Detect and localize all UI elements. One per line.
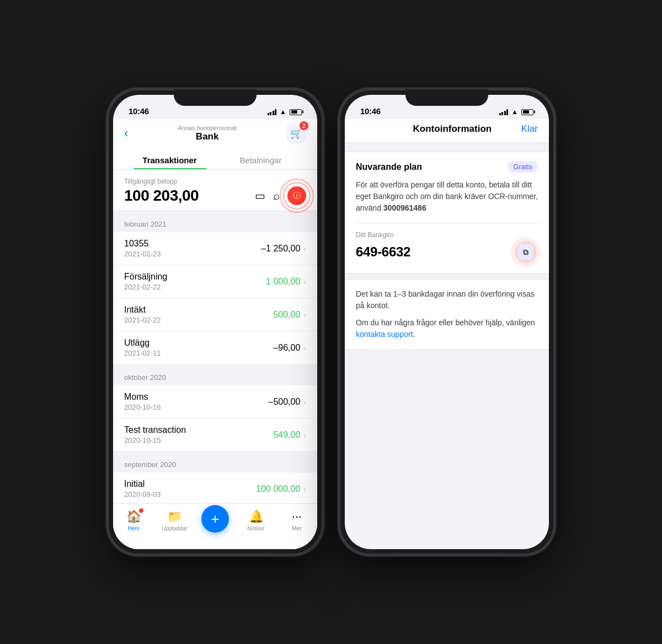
month-label-feb2021: februari 2021 — [124, 220, 167, 228]
tx-amount-0: –1 250,00 — [261, 244, 300, 254]
tx-forsaljning[interactable]: Försäljning 2021-02-22 1 000,00 › — [113, 265, 317, 298]
upload-icon: 📁 — [167, 509, 182, 524]
bottom-bar-1: 🏠 Hem 📁 Uppladdat + 🔔 Notiser — [113, 503, 317, 549]
month-label-okt2020: oktober 2020 — [124, 373, 166, 382]
bankgiro-section: Ditt Bankgiro 649-6632 ⧉ — [356, 223, 538, 264]
tx-amount-2: 500,00 — [273, 310, 300, 320]
battery-icon-2 — [521, 109, 533, 115]
klar-button[interactable]: Klar — [521, 124, 538, 135]
nav-subtitle-1: Annas hundpensionat — [178, 125, 236, 131]
tx-amount-1: 1 000,00 — [266, 277, 300, 287]
gratis-badge: Gratis — [508, 161, 538, 173]
screen-2: 10:46 ▲ Kontoinformation Klar — [345, 95, 549, 549]
home-icon: 🏠 — [126, 509, 141, 524]
balance-label: Tillgängligt belopp — [124, 178, 306, 185]
tx-name-0: 10355 — [124, 239, 161, 249]
nav-title-group-1: Annas hundpensionat Bank — [178, 125, 236, 142]
phone-2: 10:46 ▲ Kontoinformation Klar — [339, 89, 554, 555]
info-text-1: Det kan ta 1–3 bankdagar innan din överf… — [356, 288, 538, 312]
tab-uppladdat-label: Uppladdat — [162, 525, 187, 532]
tx-utlagg[interactable]: Utlägg 2021-02-11 –96,00 › — [113, 331, 317, 364]
status-icons-1: ▲ — [268, 108, 302, 116]
tx-test[interactable]: Test transaction 2020-10-15 549,00 › — [113, 418, 317, 452]
wifi-icon-1: ▲ — [280, 108, 286, 116]
balance-amount: 100 203,00 — [124, 187, 199, 205]
copy-icon: ⧉ — [518, 244, 533, 260]
signal-icon-1 — [268, 109, 277, 115]
time-2: 10:46 — [360, 106, 381, 116]
tx-date-2: 2021-02-22 — [124, 316, 161, 324]
phone-1: 10:46 ▲ ‹ A — [108, 89, 323, 555]
nav-action-1: 🛒 2 — [286, 124, 306, 143]
tx-date-0: 2021-02-23 — [124, 250, 161, 258]
tx-date-6: 2020-09-03 — [124, 490, 161, 498]
search-icon-1[interactable]: ⌕ — [273, 190, 280, 202]
tx-amount-5: 549,00 — [273, 430, 300, 440]
notch-1 — [174, 89, 257, 106]
support-link[interactable]: kontakta support — [356, 330, 413, 339]
notification-dot — [139, 508, 143, 513]
tx-amount-6: 100 000,00 — [256, 484, 300, 494]
konto-header: Kontoinformation Klar — [345, 119, 549, 143]
tabs-1: Transaktioner Betalningar — [124, 150, 306, 169]
phones-container: 10:46 ▲ ‹ A — [108, 89, 554, 555]
tx-amount-4: –500,00 — [268, 397, 300, 407]
info-icon: ⓘ — [293, 191, 301, 201]
bell-icon: 🔔 — [249, 509, 264, 524]
tx-date-5: 2020-10-15 — [124, 436, 186, 444]
plan-description: För att överföra pengar till detta konto… — [356, 179, 538, 214]
screen-1: 10:46 ▲ ‹ A — [113, 95, 317, 549]
chevron-icon-6: › — [303, 485, 306, 493]
tx-name-1: Försäljning — [124, 272, 167, 282]
tx-name-5: Test transaction — [124, 425, 186, 435]
tab-uppladdat[interactable]: 📁 Uppladdat — [158, 509, 191, 532]
tab-hem[interactable]: 🏠 Hem — [117, 509, 150, 532]
tab-add[interactable]: + — [199, 509, 232, 533]
tx-name-3: Utlägg — [124, 338, 161, 348]
nav-title-1: Bank — [196, 131, 219, 142]
chevron-icon-3: › — [303, 344, 306, 352]
konto-content[interactable]: Nuvarande plan Gratis För att överföra p… — [345, 143, 549, 549]
balance-row: 100 203,00 ▭ ⌕ ⓘ — [124, 186, 306, 205]
chevron-icon-4: › — [303, 398, 306, 406]
tab-mer[interactable]: ··· Mer — [280, 509, 313, 532]
tab-transaktioner[interactable]: Transaktioner — [124, 150, 215, 169]
chevron-icon-1: › — [303, 277, 306, 286]
tx-date-3: 2021-02-11 — [124, 349, 161, 357]
tab-betalningar[interactable]: Betalningar — [215, 150, 306, 169]
more-icon: ··· — [292, 509, 302, 524]
plan-row: Nuvarande plan Gratis — [356, 161, 538, 173]
tx-date-4: 2020-10-16 — [124, 403, 161, 411]
pulse-button[interactable]: ⓘ — [287, 186, 306, 205]
copy-button[interactable]: ⧉ — [514, 240, 538, 264]
month-section-sep2020: september 2020 — [113, 452, 317, 473]
tx-initial[interactable]: Initial 2020-09-03 100 000,00 › — [113, 473, 317, 503]
tx-date-1: 2021-02-22 — [124, 283, 167, 291]
tab-notiser[interactable]: 🔔 Notiser — [239, 509, 273, 532]
status-icons-2: ▲ — [499, 108, 533, 116]
chevron-icon-0: › — [303, 244, 306, 253]
plan-title: Nuvarande plan — [356, 162, 422, 172]
balance-section: Tillgängligt belopp 100 203,00 ▭ ⌕ ⓘ — [113, 170, 317, 211]
back-button-1[interactable]: ‹ — [124, 126, 128, 141]
konto-title: Kontoinformation — [383, 124, 521, 135]
notch-2 — [405, 89, 488, 106]
badge-1: 2 — [300, 121, 308, 130]
chevron-icon-5: › — [303, 431, 306, 439]
scroll-content-1[interactable]: Tillgängligt belopp 100 203,00 ▭ ⌕ ⓘ — [113, 170, 317, 503]
tx-name-4: Moms — [124, 392, 161, 402]
tx-name-6: Initial — [124, 479, 161, 489]
tx-10355[interactable]: 10355 2021-02-23 –1 250,00 › — [113, 232, 317, 265]
info-text-2: Om du har några frågor eller behöver hjä… — [356, 317, 538, 340]
battery-icon-1 — [290, 109, 302, 115]
tx-amount-3: –96,00 — [273, 343, 300, 353]
nav-header-1: ‹ Annas hundpensionat Bank 🛒 2 — [113, 119, 317, 170]
add-button[interactable]: + — [201, 505, 229, 533]
tx-moms[interactable]: Moms 2020-10-16 –500,00 › — [113, 385, 317, 418]
tx-intakt[interactable]: Intäkt 2021-02-22 500,00 › — [113, 298, 317, 331]
card-icon[interactable]: ▭ — [255, 189, 265, 202]
signal-icon-2 — [499, 109, 509, 115]
wifi-icon-2: ▲ — [511, 108, 518, 116]
bankgiro-row: 649-6632 ⧉ — [356, 240, 538, 264]
tab-notiser-label: Notiser — [247, 525, 265, 532]
